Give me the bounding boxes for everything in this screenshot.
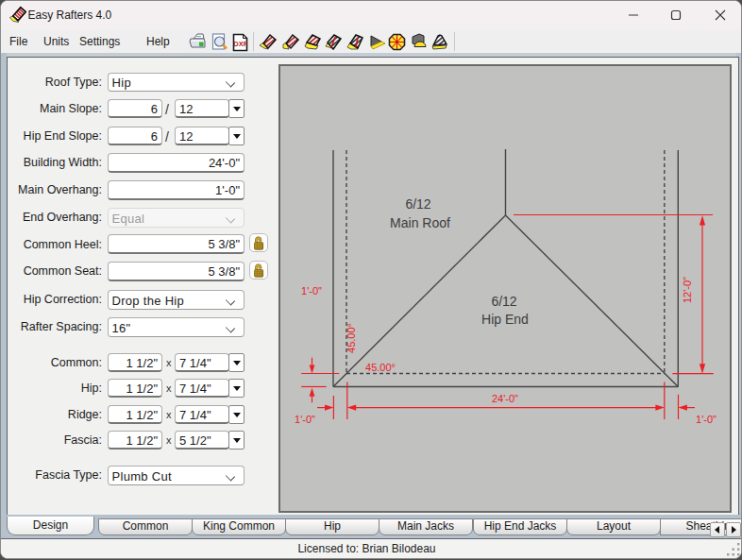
svg-text:24'-0": 24'-0" — [492, 393, 518, 404]
svg-text:1'-0": 1'-0" — [295, 414, 315, 425]
svg-text:45.00°: 45.00° — [365, 362, 396, 373]
svg-text:Hip End: Hip End — [481, 312, 529, 327]
svg-text:6/12: 6/12 — [405, 196, 430, 212]
svg-text:1'-0": 1'-0" — [301, 285, 322, 297]
svg-text:DXF: DXF — [233, 40, 247, 48]
svg-text:6/12: 6/12 — [491, 294, 516, 309]
svg-text:Main Roof: Main Roof — [390, 215, 450, 230]
svg-text:1'-0": 1'-0" — [696, 414, 717, 425]
svg-text:45.00°: 45.00° — [346, 323, 357, 353]
svg-text:12'-0": 12'-0" — [682, 277, 693, 303]
